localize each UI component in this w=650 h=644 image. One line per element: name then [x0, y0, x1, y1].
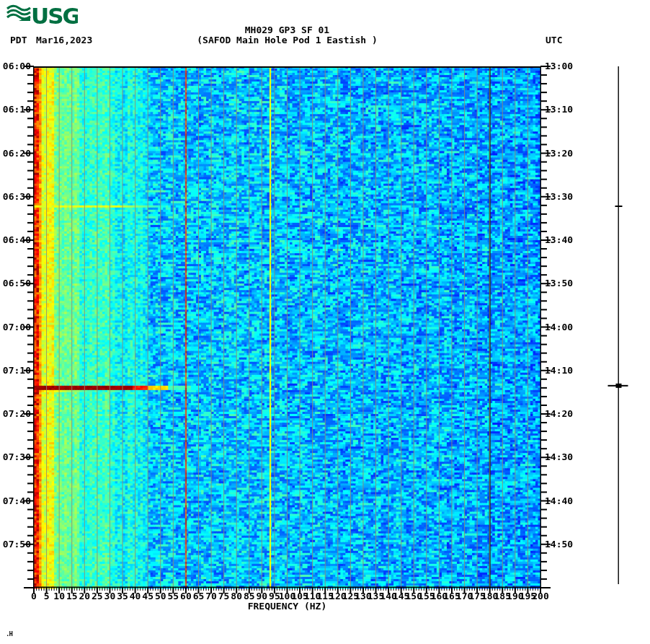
usgs-spectrogram-page: { "logo": { "text": "USGS", "color": "#0… [0, 0, 650, 644]
usgs-wave-icon [7, 6, 30, 19]
spectrogram-canvas [0, 0, 650, 644]
footer-mark: .H [6, 629, 12, 639]
timezone-right-label: UTC [546, 35, 562, 45]
station-title: MH029 GP3 SF 01 [0, 25, 574, 35]
station-subtitle: (SAFOD Main Hole Pod 1 Eastish ) [0, 35, 574, 45]
frequency-axis-title: FREQUENCY (HZ) [34, 601, 540, 612]
usgs-logo-text: USGS [31, 3, 78, 27]
usgs-logo: USGS [6, 2, 78, 27]
